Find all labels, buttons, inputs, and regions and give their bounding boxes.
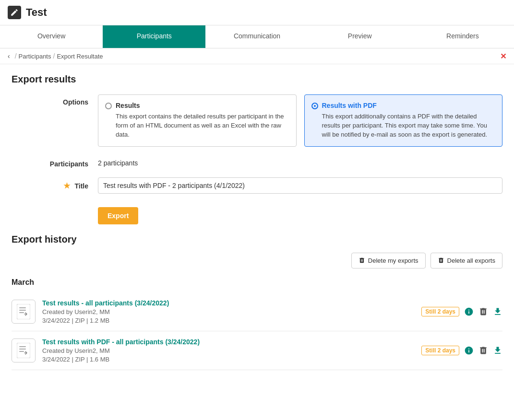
svg-rect-1 <box>17 343 30 358</box>
tab-preview[interactable]: Preview <box>309 25 411 48</box>
title-label: ★ Title <box>12 177 98 190</box>
export-item-meta-1: 3/24/2022 | ZIP | 1.2 MB <box>42 317 421 324</box>
export-file-icon-2 <box>12 338 36 362</box>
export-item-created-2: Created by Userin2, MM <box>42 347 421 354</box>
export-item-2: Test results with PDF - all participants… <box>12 331 502 370</box>
breadcrumb: ‹ / Participants / Export Resultate ✕ <box>0 48 514 64</box>
options-content: Results This export contains the detaile… <box>98 94 502 147</box>
delete-my-exports-button[interactable]: Delete my exports <box>351 253 426 268</box>
option-results-pdf-title: Results with PDF <box>322 102 377 109</box>
info-button-2[interactable] <box>464 346 474 355</box>
app-icon <box>8 6 21 19</box>
export-item-info-1: Test results - all participants (3/24/20… <box>42 299 421 324</box>
option-cards: Results This export contains the detaile… <box>98 94 502 147</box>
participants-value: 2 participants <box>98 156 502 167</box>
title-input[interactable] <box>98 177 502 194</box>
export-item-actions-2: Still 2 days <box>421 346 502 355</box>
page-header: Test <box>0 0 514 25</box>
tab-communication[interactable]: Communication <box>205 25 308 48</box>
history-actions: Delete my exports Delete all exports <box>12 253 502 268</box>
download-button-2[interactable] <box>493 346 502 355</box>
info-button-1[interactable] <box>464 307 474 316</box>
breadcrumb-back[interactable]: ‹ <box>8 52 10 60</box>
tab-overview[interactable]: Overview <box>0 25 103 48</box>
breadcrumb-current: Export Resultate <box>57 53 103 60</box>
export-file-icon-1 <box>12 300 36 324</box>
participants-row: Participants 2 participants <box>12 156 502 168</box>
delete-button-1[interactable] <box>478 307 488 316</box>
month-label: March <box>12 278 502 287</box>
export-badge-2: Still 2 days <box>421 346 459 355</box>
option-results-title: Results <box>116 102 140 109</box>
svg-rect-0 <box>17 304 30 319</box>
tab-participants[interactable]: Participants <box>103 25 205 48</box>
export-item-meta-2: 3/24/2022 | ZIP | 1.6 MB <box>42 356 421 363</box>
option-results[interactable]: Results This export contains the detaile… <box>98 94 297 147</box>
export-item-created-1: Created by Userin2, MM <box>42 308 421 315</box>
trash-icon <box>359 257 365 264</box>
export-item-1: Test results - all participants (3/24/20… <box>12 292 502 331</box>
main-content: Export results Options Results This expo… <box>0 64 514 380</box>
options-row: Options Results This export contains the… <box>12 94 502 147</box>
option-results-pdf-desc: This export additionally contains a PDF … <box>311 112 496 140</box>
required-star: ★ <box>63 182 70 190</box>
export-item-actions-1: Still 2 days <box>421 307 502 316</box>
export-results-title: Export results <box>12 74 502 85</box>
export-item-name-2[interactable]: Test results with PDF - all participants… <box>42 338 421 346</box>
option-results-pdf[interactable]: Results with PDF This export additionall… <box>304 94 503 147</box>
page-title: Test <box>26 6 47 19</box>
export-badge-1: Still 2 days <box>421 307 459 316</box>
option-results-desc: This export contains the detailed result… <box>105 112 289 140</box>
export-history: Export history Delete my exports Delete … <box>12 234 502 370</box>
participants-content: 2 participants <box>98 156 502 167</box>
radio-results[interactable] <box>105 103 112 109</box>
delete-all-exports-button[interactable]: Delete all exports <box>430 253 502 268</box>
options-label: Options <box>12 94 98 106</box>
radio-results-pdf[interactable] <box>311 103 318 109</box>
download-button-1[interactable] <box>493 307 502 316</box>
tab-bar: Overview Participants Communication Prev… <box>0 25 514 48</box>
delete-button-2[interactable] <box>478 346 488 355</box>
title-content <box>98 177 502 194</box>
export-item-name-1[interactable]: Test results - all participants (3/24/20… <box>42 299 421 307</box>
export-button-row: Export <box>12 203 502 224</box>
breadcrumb-participants[interactable]: Participants <box>19 53 51 60</box>
participants-label: Participants <box>12 156 98 168</box>
export-history-title: Export history <box>12 234 502 245</box>
trash-icon-2 <box>438 257 444 264</box>
export-button[interactable]: Export <box>98 207 138 224</box>
breadcrumb-close[interactable]: ✕ <box>500 52 506 61</box>
tab-reminders[interactable]: Reminders <box>411 25 514 48</box>
title-row: ★ Title <box>12 177 502 194</box>
export-item-info-2: Test results with PDF - all participants… <box>42 338 421 363</box>
